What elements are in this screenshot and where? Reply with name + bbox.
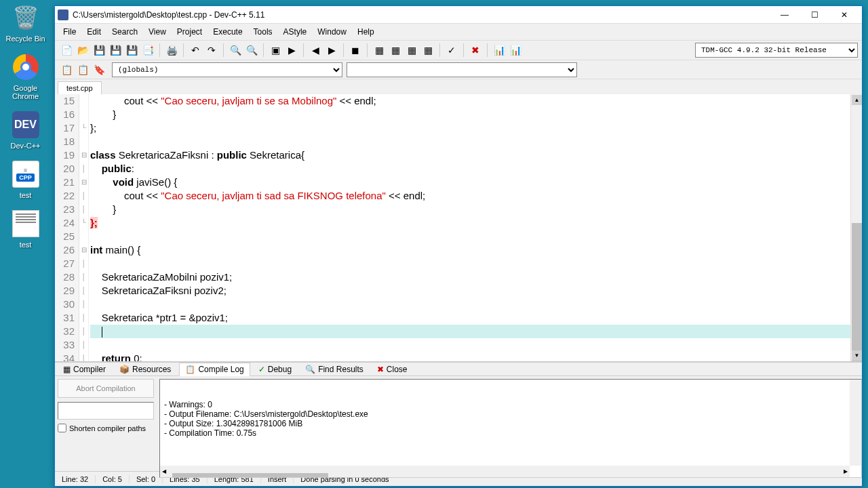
menu-edit[interactable]: Edit: [81, 25, 106, 39]
status-line: Line: 32: [55, 475, 96, 483]
empty-field: [58, 402, 154, 420]
output-hscroll[interactable]: ◀ ▶: [160, 466, 850, 477]
insert-button[interactable]: 📋: [75, 62, 90, 77]
save-button[interactable]: 💾: [92, 43, 106, 58]
scroll-up-icon[interactable]: ▲: [852, 95, 862, 105]
desktop-icon-test-txt[interactable]: test: [3, 209, 47, 249]
editor: 1516171819202122232425262728293031323334…: [55, 94, 862, 361]
vertical-scrollbar[interactable]: ▲ ▼: [850, 94, 862, 361]
goto-button[interactable]: ◼: [348, 43, 363, 58]
icon-label: Google Chrome: [3, 84, 47, 100]
menu-astyle[interactable]: AStyle: [278, 25, 313, 39]
compiler-icon: ▦: [63, 365, 71, 374]
line-gutter: 1516171819202122232425262728293031323334: [55, 94, 79, 361]
icon-label: test: [20, 191, 32, 199]
find-button[interactable]: 🔍: [228, 43, 243, 58]
maximize-button[interactable]: ☐: [800, 7, 829, 23]
menu-search[interactable]: Search: [106, 25, 143, 39]
find-icon: 🔍: [305, 365, 315, 374]
menu-execute[interactable]: Execute: [208, 25, 248, 39]
output-vscroll[interactable]: [850, 380, 861, 466]
bottom-tabs: ▦Compiler 📦Resources 📋Compile Log ✓Debug…: [55, 363, 862, 376]
desktop-icon-devcpp[interactable]: DEV Dev-C++: [3, 110, 47, 150]
desktop-icon-chrome[interactable]: Google Chrome: [3, 53, 47, 100]
save-as-button[interactable]: 💾: [124, 43, 139, 58]
debug-button[interactable]: ✓: [444, 43, 459, 58]
redo-button[interactable]: ↷: [204, 43, 219, 58]
menu-view[interactable]: View: [143, 25, 172, 39]
desktop-icon-recycle-bin[interactable]: 🗑️ Recycle Bin: [3, 3, 47, 43]
menu-tools[interactable]: Tools: [248, 25, 278, 39]
tab-test-cpp[interactable]: test.cpp: [58, 81, 102, 94]
compile-button[interactable]: ▣: [268, 43, 283, 58]
tab-compiler[interactable]: ▦Compiler: [58, 363, 111, 375]
separator: [303, 43, 304, 57]
back-button[interactable]: ◀: [308, 43, 323, 58]
bookmark-button[interactable]: 🔖: [92, 62, 106, 77]
tab-close[interactable]: ✖Close: [372, 363, 413, 375]
separator: [343, 43, 344, 57]
code-area[interactable]: cout << "Cao seceru, javljam ti se sa Mo…: [89, 94, 850, 361]
icon-label: Recycle Bin: [5, 35, 45, 43]
profile-analysis-button[interactable]: 📊: [492, 43, 507, 58]
bottom-panel: ▦Compiler 📦Resources 📋Compile Log ✓Debug…: [55, 361, 862, 471]
separator: [223, 43, 224, 57]
compile-controls: Abort Compilation Shorten compiler paths: [55, 376, 157, 478]
app-icon: [58, 9, 68, 20]
members-combo[interactable]: [347, 62, 577, 77]
syntax-check-button[interactable]: ▦: [404, 43, 419, 58]
main-toolbar: 📄 📂 💾 💾 💾 📑 🖨️ ↶ ↷ 🔍 🔍 ▣ ▶ ◀ ▶ ◼ ▦ ▦ ▦ ▦…: [55, 40, 862, 60]
title-bar[interactable]: C:\Users\mistergold\Desktop\test.cpp - D…: [55, 6, 862, 24]
tab-resources[interactable]: 📦Resources: [114, 363, 176, 375]
print-button[interactable]: 🖨️: [164, 43, 179, 58]
close-file-button[interactable]: 📑: [140, 43, 155, 58]
devcpp-icon: DEV: [12, 110, 40, 139]
resources-icon: 📦: [119, 365, 130, 374]
delete-profile-button[interactable]: 📊: [508, 43, 523, 58]
profile-button[interactable]: ▦: [420, 43, 435, 58]
undo-button[interactable]: ↶: [188, 43, 203, 58]
menu-help[interactable]: Help: [352, 25, 380, 39]
compile-output[interactable]: - Warnings: 0 - Output Filename: C:\User…: [159, 379, 862, 478]
status-sel: Sel: 0: [130, 475, 163, 483]
run-button[interactable]: ▶: [284, 43, 299, 58]
secondary-toolbar: 📋 📋 🔖 (globals): [55, 60, 862, 79]
new-class-button[interactable]: 📋: [59, 62, 74, 77]
new-file-button[interactable]: 📄: [59, 43, 74, 58]
separator: [159, 43, 160, 57]
tab-find-results[interactable]: 🔍Find Results: [300, 363, 369, 375]
scroll-down-icon[interactable]: ▼: [852, 350, 862, 361]
rebuild-button[interactable]: ▦: [388, 43, 403, 58]
stop-button[interactable]: ✖: [468, 43, 483, 58]
separator: [439, 43, 440, 57]
scroll-thumb[interactable]: [852, 223, 862, 361]
close-icon: ✖: [377, 365, 384, 374]
separator: [463, 43, 464, 57]
globals-combo[interactable]: (globals): [112, 62, 342, 77]
save-all-button[interactable]: 💾: [108, 43, 123, 58]
replace-button[interactable]: 🔍: [244, 43, 259, 58]
recycle-bin-icon: 🗑️: [12, 3, 40, 32]
log-icon: 📋: [185, 365, 195, 374]
menu-file[interactable]: File: [58, 25, 81, 39]
tab-debug[interactable]: ✓Debug: [253, 363, 297, 375]
minimize-button[interactable]: —: [770, 7, 800, 23]
tab-compile-log[interactable]: 📋Compile Log: [179, 363, 250, 376]
chrome-icon: [12, 53, 40, 81]
menu-project[interactable]: Project: [172, 25, 208, 39]
desktop-icon-test-cpp[interactable]: ≡CPP test: [3, 160, 47, 199]
compile-run-button[interactable]: ▦: [372, 43, 387, 58]
open-button[interactable]: 📂: [75, 43, 90, 58]
hscroll-thumb[interactable]: [172, 473, 328, 479]
shorten-paths-checkbox[interactable]: Shorten compiler paths: [58, 424, 154, 432]
status-col: Col: 5: [96, 475, 130, 483]
menu-window[interactable]: Window: [312, 25, 352, 39]
menu-bar: File Edit Search View Project Execute To…: [55, 24, 862, 40]
compiler-select[interactable]: TDM-GCC 4.9.2 32-bit Release: [695, 43, 858, 58]
txt-file-icon: [12, 209, 40, 238]
fold-gutter[interactable]: └⊟│⊟││└⊟││││││││: [79, 94, 89, 361]
forward-button[interactable]: ▶: [324, 43, 339, 58]
icon-label: Dev-C++: [10, 142, 40, 150]
editor-content[interactable]: 1516171819202122232425262728293031323334…: [55, 94, 850, 361]
close-button[interactable]: ✕: [829, 7, 859, 23]
